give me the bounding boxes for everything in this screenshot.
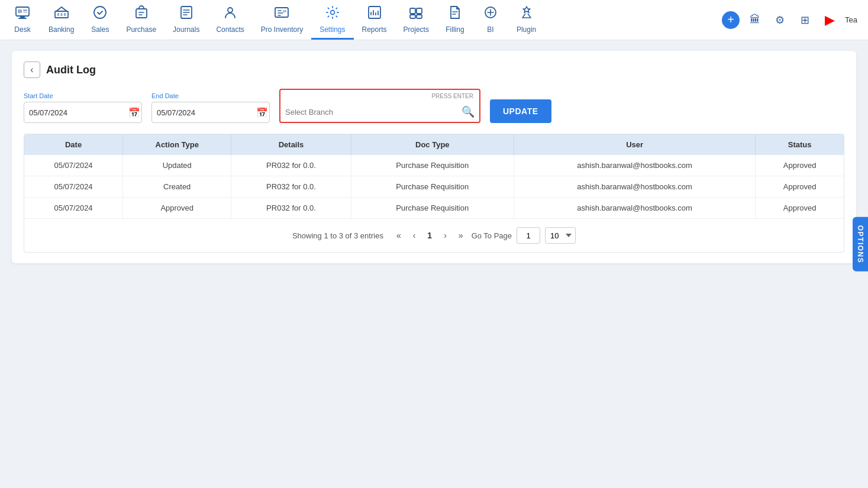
- goto-label: Go To Page: [472, 231, 512, 240]
- svg-point-13: [228, 8, 233, 12]
- end-date-input[interactable]: [157, 108, 256, 117]
- svg-rect-9: [64, 13, 66, 16]
- audit-header: ‹ Audit Log: [24, 62, 844, 78]
- col-user: User: [514, 134, 756, 155]
- table-wrap: Date Action Type Details Doc Type User S…: [24, 134, 844, 253]
- press-enter-label: PRESS ENTER: [431, 93, 473, 99]
- nav-label-contacts: Contacts: [216, 25, 244, 34]
- nav-label-reports: Reports: [362, 25, 387, 34]
- cell-details: PR032 for 0.0.: [231, 155, 351, 176]
- col-status: Status: [756, 134, 844, 155]
- top-nav: Desk Banking Sales Purchase Journals: [0, 0, 868, 40]
- calendar-end-icon[interactable]: 📅: [256, 107, 268, 118]
- nav-label-journals: Journals: [173, 25, 199, 34]
- next-page-button[interactable]: ›: [440, 230, 450, 241]
- svg-rect-8: [60, 13, 62, 16]
- cell-details: PR032 for 0.0.: [231, 198, 351, 219]
- nav-item-desk[interactable]: Desk: [5, 0, 40, 40]
- start-date-input-wrap: 📅: [24, 102, 142, 123]
- nav-item-settings[interactable]: Settings: [311, 0, 353, 40]
- per-page-select[interactable]: 10 25 50 100: [545, 227, 576, 244]
- table-header-row: Date Action Type Details Doc Type User S…: [24, 134, 844, 155]
- cell-doc_type: Purchase Requisition: [351, 155, 514, 176]
- prev-page-button[interactable]: ‹: [409, 230, 420, 241]
- cell-user: ashish.baranwal@hostbooks.com: [514, 176, 756, 198]
- cell-date: 05/07/2024: [24, 155, 123, 176]
- svg-rect-18: [410, 8, 415, 14]
- side-options-tab[interactable]: OPTIONS: [853, 216, 868, 272]
- settings-icon: [324, 4, 341, 23]
- branch-search-wrap: PRESS ENTER 🔍: [279, 89, 480, 123]
- youtube-icon-btn[interactable]: ▶: [820, 11, 839, 30]
- contacts-icon: [222, 4, 238, 23]
- pagination-row: Showing 1 to 3 of 3 entries « ‹ 1 › » Go…: [24, 218, 844, 252]
- audit-card: ‹ Audit Log Start Date 📅 End Date 📅: [12, 51, 856, 263]
- cell-user: ashish.baranwal@hostbooks.com: [514, 155, 756, 176]
- cell-details: PR032 for 0.0.: [231, 176, 351, 198]
- cell-doc_type: Purchase Requisition: [351, 176, 514, 198]
- nav-item-plugin[interactable]: Plugin: [508, 0, 544, 40]
- svg-rect-7: [57, 13, 59, 16]
- nav-item-contacts[interactable]: Contacts: [208, 0, 252, 40]
- col-doc-type: Doc Type: [351, 134, 514, 155]
- showing-info: Showing 1 to 3 of 3 entries: [292, 231, 383, 240]
- nav-item-purchase[interactable]: Purchase: [118, 0, 164, 40]
- nav-label-sales: Sales: [91, 25, 109, 34]
- main-content: ‹ Audit Log Start Date 📅 End Date 📅: [0, 40, 868, 488]
- start-date-input[interactable]: [29, 108, 128, 117]
- svg-rect-5: [23, 12, 27, 13]
- audit-table: Date Action Type Details Doc Type User S…: [24, 134, 844, 218]
- search-icon-button[interactable]: 🔍: [462, 105, 475, 118]
- nav-item-filling[interactable]: Filling: [437, 0, 473, 40]
- user-label[interactable]: Tea: [845, 15, 857, 24]
- end-date-group: End Date 📅: [151, 92, 270, 123]
- bi-icon: [482, 4, 499, 23]
- nav-label-pro-inventory: Pro Inventory: [261, 25, 303, 34]
- back-button[interactable]: ‹: [24, 62, 40, 78]
- reports-icon: [366, 4, 383, 23]
- cell-doc_type: Purchase Requisition: [351, 198, 514, 219]
- branch-input-row: 🔍: [285, 105, 475, 118]
- nav-item-reports[interactable]: Reports: [354, 0, 395, 40]
- table-row: 05/07/2024CreatedPR032 for 0.0.Purchase …: [24, 176, 844, 198]
- nav-label-projects: Projects: [404, 25, 429, 34]
- cell-action_type: Created: [123, 176, 231, 198]
- first-page-button[interactable]: «: [393, 230, 405, 241]
- nav-label-filling: Filling: [446, 25, 464, 34]
- cell-date: 05/07/2024: [24, 176, 123, 198]
- nav-item-banking[interactable]: Banking: [40, 0, 82, 40]
- building-icon-btn[interactable]: 🏛: [746, 11, 764, 30]
- last-page-button[interactable]: »: [455, 230, 467, 241]
- svg-rect-15: [283, 10, 286, 12]
- cell-action_type: Updated: [123, 155, 231, 176]
- nav-label-plugin: Plugin: [517, 25, 536, 34]
- sales-icon: [92, 4, 108, 23]
- branch-search-input[interactable]: [285, 108, 462, 117]
- nav-item-journals[interactable]: Journals: [164, 0, 208, 40]
- nav-item-pro-inventory[interactable]: Pro Inventory: [253, 0, 311, 40]
- table-row: 05/07/2024UpdatedPR032 for 0.0.Purchase …: [24, 155, 844, 176]
- cell-date: 05/07/2024: [24, 198, 123, 219]
- current-page: 1: [424, 230, 435, 241]
- cell-action_type: Approved: [123, 198, 231, 219]
- update-button[interactable]: UPDATE: [490, 99, 551, 123]
- goto-page-input[interactable]: [517, 227, 540, 244]
- cell-status: Approved: [756, 155, 844, 176]
- plugin-icon: [518, 4, 535, 23]
- banking-icon: [53, 4, 70, 23]
- page-title: Audit Log: [46, 64, 96, 76]
- svg-point-10: [94, 7, 106, 18]
- gear-icon-btn[interactable]: ⚙: [770, 11, 789, 30]
- add-button[interactable]: +: [722, 11, 740, 29]
- table-row: 05/07/2024ApprovedPR032 for 0.0.Purchase…: [24, 198, 844, 219]
- grid-icon-btn[interactable]: ⊞: [795, 11, 814, 30]
- calendar-start-icon[interactable]: 📅: [128, 107, 140, 118]
- nav-item-bi[interactable]: BI: [473, 0, 508, 40]
- purchase-icon: [133, 4, 150, 23]
- nav-label-settings: Settings: [320, 25, 345, 34]
- svg-point-16: [330, 11, 334, 15]
- nav-item-projects[interactable]: Projects: [395, 0, 437, 40]
- nav-item-sales[interactable]: Sales: [82, 0, 118, 40]
- cell-status: Approved: [756, 198, 844, 219]
- svg-rect-20: [410, 15, 415, 18]
